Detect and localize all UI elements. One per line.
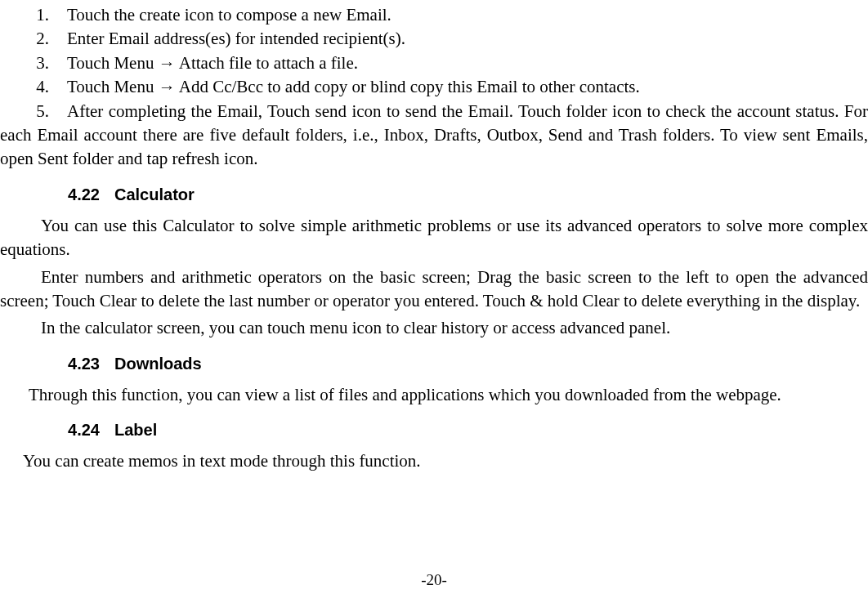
list-item: 4. Touch Menu → Add Cc/Bcc to add copy o… — [0, 75, 868, 99]
section-heading-calculator: 4.22 Calculator — [0, 183, 868, 206]
section-heading-label: 4.24 Label — [0, 418, 868, 441]
paragraph: You can create memos in text mode throug… — [0, 449, 868, 473]
list-text: Enter Email address(es) for intended rec… — [67, 27, 405, 51]
list-item: 2. Enter Email address(es) for intended … — [0, 27, 868, 51]
list-text: Touch the create icon to compose a new E… — [67, 3, 391, 27]
list-number: 3. — [0, 51, 67, 75]
page: 1. Touch the create icon to compose a ne… — [0, 0, 868, 603]
heading-number: 4.24 — [0, 418, 114, 441]
heading-title: Downloads — [114, 352, 202, 375]
page-number: -20- — [0, 570, 868, 592]
paragraph: In the calculator screen, you can touch … — [0, 316, 868, 340]
section-heading-downloads: 4.23 Downloads — [0, 352, 868, 375]
heading-title: Label — [114, 418, 157, 441]
paragraph: You can use this Calculator to solve sim… — [0, 214, 868, 262]
list-number: 5. — [0, 100, 67, 123]
list-item: 1. Touch the create icon to compose a ne… — [0, 3, 868, 27]
ordered-list: 1. Touch the create icon to compose a ne… — [0, 3, 868, 172]
list-text: Touch Menu → Attach file to attach a fil… — [67, 51, 358, 75]
heading-number: 4.22 — [0, 183, 114, 206]
heading-title: Calculator — [114, 183, 195, 206]
list-number: 1. — [0, 3, 67, 27]
list-number: 4. — [0, 75, 67, 99]
paragraph: Through this function, you can view a li… — [0, 383, 868, 407]
heading-number: 4.23 — [0, 352, 114, 375]
list-item: 3. Touch Menu → Attach file to attach a … — [0, 51, 868, 75]
paragraph: Enter numbers and arithmetic operators o… — [0, 266, 868, 314]
list-item: 5.After completing the Email, Touch send… — [0, 100, 868, 172]
list-text: After completing the Email, Touch send i… — [0, 101, 868, 169]
list-number: 2. — [0, 27, 67, 51]
list-text: Touch Menu → Add Cc/Bcc to add copy or b… — [67, 75, 640, 99]
